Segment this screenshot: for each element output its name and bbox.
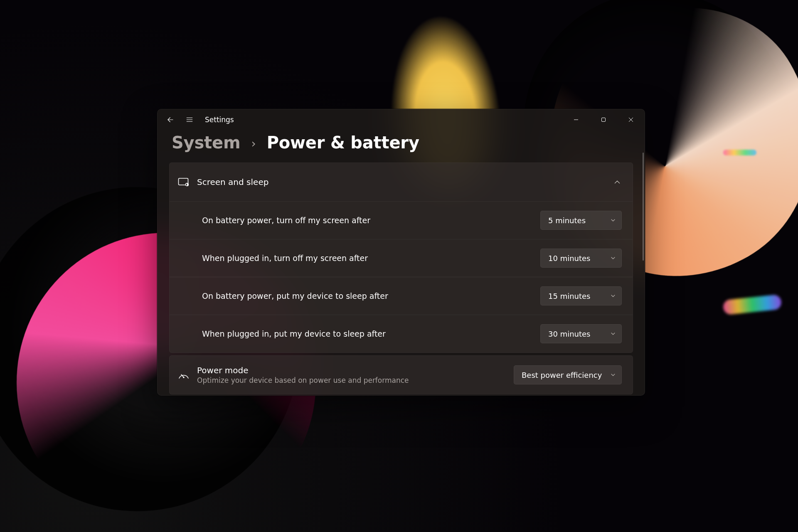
setting-row-sleep-plugged: When plugged in, put my device to sleep …: [170, 315, 633, 352]
page-title: Power & battery: [267, 133, 419, 152]
dropdown-value: Best power efficiency: [522, 371, 602, 379]
close-icon: [628, 117, 633, 122]
close-button[interactable]: [617, 111, 645, 129]
chevron-up-icon: [613, 177, 622, 187]
power-mode-title: Power mode: [197, 365, 409, 375]
back-button[interactable]: [161, 110, 180, 129]
chevron-right-icon: ›: [251, 138, 256, 150]
setting-label: On battery power, put my device to sleep…: [202, 291, 540, 300]
maximize-button[interactable]: [590, 111, 617, 129]
scrollbar-thumb[interactable]: [643, 153, 644, 261]
setting-row-sleep-battery: On battery power, put my device to sleep…: [170, 277, 633, 315]
power-mode-header[interactable]: Power mode Optimize your device based on…: [170, 356, 633, 394]
setting-row-screen-off-plugged: When plugged in, turn off my screen afte…: [170, 239, 633, 277]
setting-row-screen-off-battery: On battery power, turn off my screen aft…: [170, 201, 633, 239]
settings-window: Settings System › Power & battery: [157, 109, 645, 396]
settings-content: Screen and sleep On battery power, turn …: [169, 163, 639, 395]
window-title: Settings: [205, 116, 234, 124]
svg-rect-5: [602, 118, 606, 122]
maximize-icon: [601, 117, 606, 122]
speedometer-icon: [178, 370, 193, 379]
dropdown-value: 10 minutes: [548, 254, 591, 263]
power-mode-subtitle: Optimize your device based on power use …: [197, 376, 409, 384]
dropdown-screen-off-plugged[interactable]: 10 minutes: [540, 249, 622, 268]
dropdown-screen-off-battery[interactable]: 5 minutes: [540, 211, 622, 230]
screen-and-sleep-header[interactable]: Screen and sleep: [170, 163, 633, 201]
power-mode-card: Power mode Optimize your device based on…: [169, 355, 633, 394]
display-icon: [178, 177, 193, 187]
window-titlebar[interactable]: Settings: [158, 109, 645, 130]
screen-and-sleep-expander: Screen and sleep On battery power, turn …: [169, 163, 633, 353]
chevron-down-icon: [610, 217, 616, 224]
dropdown-sleep-plugged[interactable]: 30 minutes: [540, 324, 622, 343]
dropdown-value: 30 minutes: [548, 330, 591, 338]
chevron-down-icon: [610, 293, 616, 299]
minimize-button[interactable]: [562, 111, 590, 129]
dropdown-power-mode[interactable]: Best power efficiency: [514, 365, 622, 384]
setting-label: When plugged in, put my device to sleep …: [202, 329, 540, 338]
navigation-menu-button[interactable]: [180, 110, 199, 129]
dropdown-sleep-battery[interactable]: 15 minutes: [540, 286, 622, 305]
dropdown-value: 5 minutes: [548, 216, 586, 225]
arrow-left-icon: [167, 116, 174, 123]
breadcrumb: System › Power & battery: [158, 130, 645, 159]
breadcrumb-parent[interactable]: System: [172, 133, 240, 152]
chevron-down-icon: [610, 372, 616, 378]
screen-and-sleep-title: Screen and sleep: [197, 177, 268, 187]
setting-label: When plugged in, turn off my screen afte…: [202, 254, 540, 263]
chevron-down-icon: [610, 330, 616, 337]
chevron-down-icon: [610, 255, 616, 261]
minimize-icon: [574, 117, 579, 122]
hamburger-icon: [186, 116, 193, 123]
setting-label: On battery power, turn off my screen aft…: [202, 216, 540, 225]
dropdown-value: 15 minutes: [548, 292, 591, 300]
